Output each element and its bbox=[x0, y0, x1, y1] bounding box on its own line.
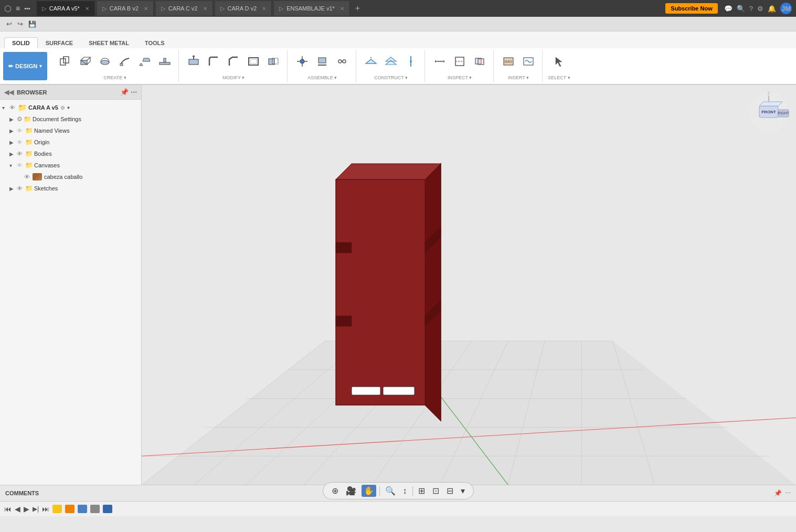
search-icon[interactable]: 🔍 bbox=[737, 5, 745, 13]
tab-cara-d[interactable]: ▷ CARA D v2 ✕ bbox=[215, 1, 272, 16]
press-pull-button[interactable] bbox=[184, 52, 203, 71]
prev-step-button[interactable]: ◀ bbox=[15, 505, 20, 513]
visual-style-button[interactable]: ⊟ bbox=[444, 485, 455, 497]
visibility-icon[interactable]: 👁 bbox=[17, 151, 25, 157]
chamfer-button[interactable] bbox=[224, 52, 243, 71]
sweep-button[interactable] bbox=[115, 52, 134, 71]
rib-button[interactable] bbox=[155, 52, 174, 71]
tab-ensamblaje[interactable]: ▷ ENSAMBLAJE v1* ✕ bbox=[274, 1, 350, 16]
timeline-marker-teal[interactable] bbox=[103, 505, 112, 513]
tree-cabeza-caballo[interactable]: ▶ 👁 cabeza caballo bbox=[0, 171, 141, 183]
offset-plane-button[interactable] bbox=[362, 52, 380, 71]
insert-canvas-button[interactable]: IMG bbox=[499, 52, 518, 71]
ground-button[interactable] bbox=[313, 52, 332, 71]
undo-button[interactable]: ↩ bbox=[4, 19, 14, 29]
collapse-comments-button[interactable]: ⋯ bbox=[785, 490, 791, 497]
axis-button[interactable] bbox=[401, 52, 420, 71]
midplane-button[interactable] bbox=[381, 52, 400, 71]
hamburger-menu[interactable]: ≡ bbox=[16, 4, 20, 13]
visibility-icon[interactable]: 👁 bbox=[24, 174, 33, 180]
tree-document-settings[interactable]: ▶ ⚙ 📁 Document Settings bbox=[0, 113, 141, 125]
revolve-button[interactable] bbox=[95, 52, 114, 71]
select-label[interactable]: SELECT ▾ bbox=[548, 75, 570, 80]
tree-canvases[interactable]: ▾ 👁 📁 Canvases bbox=[0, 159, 141, 171]
view-gizmo[interactable]: Z FRONT RIGHT bbox=[748, 91, 790, 133]
pin-button[interactable]: 📌 bbox=[120, 88, 129, 96]
section-analysis-button[interactable] bbox=[450, 52, 469, 71]
next-step-button[interactable]: ▶| bbox=[33, 505, 39, 513]
timeline-marker-blue[interactable] bbox=[78, 505, 87, 513]
fit-button[interactable]: ↕ bbox=[401, 485, 409, 497]
tab-surface[interactable]: SURFACE bbox=[38, 37, 81, 48]
tab-sheet-metal[interactable]: SHEET METAL bbox=[81, 37, 137, 48]
insert-svg-button[interactable] bbox=[519, 52, 538, 71]
tree-origin[interactable]: ▶ 👁 📁 Origin bbox=[0, 136, 141, 148]
tree-named-views[interactable]: ▶ 👁 📁 Named Views bbox=[0, 125, 141, 136]
tree-bodies[interactable]: ▶ 👁 📁 Bodies bbox=[0, 148, 141, 159]
timeline-marker-orange[interactable] bbox=[65, 505, 75, 513]
inspect-label[interactable]: INSPECT ▾ bbox=[448, 75, 472, 80]
assemble-label[interactable]: ASSEMBLE ▾ bbox=[307, 75, 337, 80]
more-menu[interactable]: ••• bbox=[24, 5, 30, 12]
close-icon[interactable]: ✕ bbox=[85, 6, 89, 12]
look-at-button[interactable]: 🎥 bbox=[344, 485, 358, 497]
redo-button[interactable]: ↪ bbox=[15, 19, 25, 29]
shell-button[interactable] bbox=[244, 52, 263, 71]
timeline-marker-gray[interactable] bbox=[90, 505, 100, 513]
interference-button[interactable] bbox=[470, 52, 489, 71]
chat-icon[interactable]: 💬 bbox=[724, 5, 733, 13]
tree-root[interactable]: ▾ 👁 📁 CARA A v5 ⚙ ● bbox=[0, 102, 141, 113]
joint-button[interactable] bbox=[293, 52, 312, 71]
modify-label[interactable]: MODIFY ▾ bbox=[222, 75, 245, 80]
select-button[interactable] bbox=[549, 52, 568, 71]
tree-arrow: ▶ bbox=[9, 140, 17, 145]
measure-button[interactable] bbox=[430, 52, 449, 71]
orbit-button[interactable]: ⊕ bbox=[330, 485, 341, 497]
display-mode-button[interactable]: ⊡ bbox=[430, 485, 441, 497]
tab-cara-c[interactable]: ▷ CARA C v2 ✕ bbox=[156, 1, 213, 16]
help-icon[interactable]: ? bbox=[749, 5, 753, 13]
settings-icon[interactable]: ⚙ bbox=[757, 5, 763, 13]
tab-solid[interactable]: SOLID bbox=[4, 37, 38, 48]
motion-study-button[interactable] bbox=[333, 52, 352, 71]
tree-sketches[interactable]: ▶ 👁 📁 Sketches bbox=[0, 183, 141, 194]
close-icon[interactable]: ✕ bbox=[144, 6, 148, 12]
more-tools-button[interactable]: ▾ bbox=[459, 485, 467, 497]
close-icon[interactable]: ✕ bbox=[203, 6, 207, 12]
play-button[interactable]: ▶ bbox=[24, 505, 29, 513]
tab-cara-a[interactable]: ▷ CARA A v5* ✕ bbox=[37, 1, 95, 16]
viewport[interactable]: Z FRONT RIGHT bbox=[142, 85, 796, 485]
save-button[interactable]: 💾 bbox=[26, 19, 38, 29]
visibility-icon[interactable]: 👁 bbox=[17, 139, 25, 145]
visibility-icon[interactable]: 👁 bbox=[9, 104, 18, 111]
pan-button[interactable]: ✋ bbox=[362, 485, 376, 497]
close-icon[interactable]: ✕ bbox=[340, 6, 344, 12]
new-component-button[interactable] bbox=[56, 52, 75, 71]
grid-view-button[interactable]: ⊞ bbox=[416, 485, 427, 497]
extrude-button[interactable] bbox=[76, 52, 94, 71]
user-avatar[interactable]: JM bbox=[780, 3, 792, 14]
loft-button[interactable] bbox=[135, 52, 154, 71]
skip-to-end-button[interactable]: ⏭ bbox=[42, 505, 49, 513]
create-label[interactable]: CREATE ▾ bbox=[104, 75, 126, 80]
new-tab-button[interactable]: + bbox=[352, 4, 363, 13]
combine-button[interactable] bbox=[264, 52, 283, 71]
zoom-button[interactable]: 🔍 bbox=[383, 485, 398, 497]
timeline-marker-yellow[interactable] bbox=[52, 505, 62, 513]
visibility-icon[interactable]: 👁 bbox=[17, 127, 25, 134]
insert-label[interactable]: INSERT ▾ bbox=[508, 75, 529, 80]
more-options-button[interactable]: ⋯ bbox=[131, 89, 137, 96]
visibility-icon[interactable]: 👁 bbox=[17, 185, 25, 191]
fillet-button[interactable] bbox=[204, 52, 223, 71]
tab-cara-b[interactable]: ▷ CARA B v2 ✕ bbox=[97, 1, 154, 16]
collapse-browser-button[interactable]: ◀◀ bbox=[4, 89, 14, 96]
skip-to-start-button[interactable]: ⏮ bbox=[4, 505, 12, 513]
design-button[interactable]: ✏ DESIGN ▾ bbox=[3, 52, 47, 80]
construct-label[interactable]: CONSTRUCT ▾ bbox=[374, 75, 408, 80]
subscribe-button[interactable]: Subscribe Now bbox=[665, 3, 717, 14]
settings-gear-icon[interactable]: ⚙ bbox=[60, 105, 65, 111]
bell-icon[interactable]: 🔔 bbox=[768, 5, 776, 13]
visibility-icon[interactable]: 👁 bbox=[17, 162, 25, 168]
close-icon[interactable]: ✕ bbox=[262, 6, 266, 12]
tab-tools[interactable]: TOOLS bbox=[137, 37, 173, 48]
